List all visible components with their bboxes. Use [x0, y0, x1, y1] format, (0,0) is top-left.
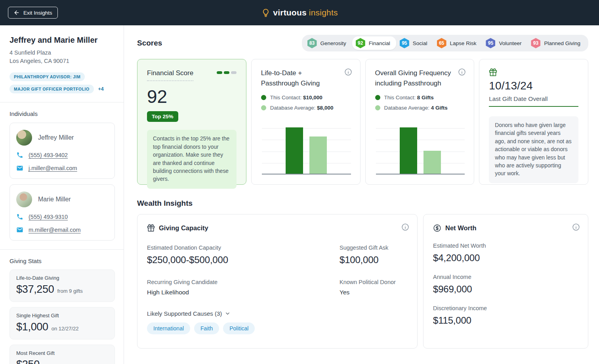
tags-more-count[interactable]: +4 — [98, 86, 104, 92]
cause-chip-faith[interactable]: Faith — [194, 322, 219, 334]
field-annual-income: Annual Income $969,000 — [433, 274, 578, 295]
generosity-score-badge: 83 — [307, 38, 317, 48]
individual-card-marie: Marie Miller (555) 493-9310 m.miller@ema… — [10, 184, 115, 241]
legend-database-average: Database Average: $8,000 — [261, 105, 351, 111]
stat-label: Most Recent Gift — [16, 350, 108, 356]
gift-icon — [147, 224, 155, 232]
giving-frequency-card: Overall Giving Frequency including Passt… — [365, 59, 475, 185]
avatar — [16, 130, 32, 146]
giving-frequency-title: Overall Giving Frequency including Passt… — [375, 68, 465, 89]
database-average-bar — [423, 151, 441, 174]
score-pills-bar: 83 Generosity 92 Financial 95 Social 65 … — [302, 35, 589, 51]
info-icon[interactable] — [401, 223, 409, 231]
stat-most-recent-gift: Most Recent Gift $250 on 3/1/23 — [10, 345, 115, 364]
main-content: Scores 83 Generosity 92 Financial 95 Soc… — [124, 25, 599, 364]
lapse-risk-score-badge: 65 — [437, 38, 446, 48]
social-score-badge: 95 — [400, 38, 409, 48]
financial-score-title: Financial Score — [147, 68, 193, 81]
avatar — [16, 191, 32, 207]
field-known-political-donor: Known Political Donor Yes — [340, 279, 408, 296]
score-pill-lapse-risk[interactable]: 65 Lapse Risk — [433, 36, 483, 50]
database-average-dot — [261, 105, 266, 110]
exit-insights-label: Exit Insights — [23, 10, 52, 16]
this-contact-bar — [400, 127, 417, 174]
field-estimated-donation-capacity: Estimated Donation Capacity $250,000-$50… — [147, 245, 340, 265]
legend-database-average: Database Average: 4 Gifts — [375, 105, 465, 111]
tag-philanthropy-advisor[interactable]: PHILANTHROPY ADVISOR: JIM — [10, 72, 85, 81]
field-estimated-net-worth: Estimated Net Worth $4,200,000 — [433, 243, 578, 264]
this-contact-dot — [261, 95, 266, 100]
lightbulb-icon — [261, 8, 270, 17]
phone-icon — [16, 152, 23, 159]
stat-value: $1,000 — [16, 321, 48, 333]
financial-score-value: 92 — [147, 86, 237, 107]
info-icon[interactable] — [344, 68, 352, 76]
cause-chip-political[interactable]: Political — [223, 322, 255, 334]
database-average-bar — [309, 136, 327, 174]
stat-life-to-date-giving: Life-to-Date Giving $37,250 from 9 gifts — [10, 269, 115, 302]
phone-link[interactable]: (555) 493-9310 — [29, 214, 68, 220]
tag-major-gift-officer[interactable]: MAJOR GIFT OFFICER PORTFOLIO — [10, 85, 94, 93]
last-gift-date-card: 10/13/24 Last Gift Date Overall Donors w… — [479, 59, 588, 185]
database-average-dot — [375, 105, 380, 110]
financial-score-description: Contacts in the top 25% are the top fina… — [147, 130, 237, 188]
address-line-2: Los Angeles, CA 90071 — [10, 57, 115, 65]
stat-value: $37,250 — [16, 283, 54, 296]
individual-card-jeffrey: Jeffrey Miller (555) 493-9402 j.miller@e… — [10, 123, 115, 179]
net-worth-title: Net Worth — [445, 224, 477, 232]
stat-single-highest-gift: Single Highest Gift $1,000 on 12/27/22 — [10, 307, 115, 339]
individual-name: Marie Miller — [38, 196, 71, 203]
score-pill-planned-giving[interactable]: 93 Planned Giving — [527, 36, 586, 50]
giving-capacity-title: Giving Capacity — [159, 224, 208, 232]
top-percentile-badge: Top 25% — [147, 111, 178, 122]
divider — [0, 249, 124, 250]
stat-suffix: on 12/27/22 — [52, 326, 79, 332]
brand-insights: insights — [309, 8, 338, 17]
giving-frequency-bar-chart — [376, 128, 465, 174]
virtuous-insights-logo: virtuous insights — [261, 8, 338, 17]
likely-supported-causes-toggle[interactable]: Likely Supported Causes (3) — [147, 310, 408, 317]
score-tier-indicator — [217, 71, 237, 74]
stat-label: Single Highest Gift — [16, 313, 108, 318]
email-link[interactable]: m.miller@email.com — [29, 227, 81, 233]
last-gift-description: Donors who have given large financial gi… — [489, 116, 578, 183]
phone-icon — [16, 213, 23, 220]
volunteer-score-badge: 95 — [486, 38, 495, 48]
wealth-insights-heading: Wealth Insights — [137, 199, 588, 208]
exit-insights-button[interactable]: Exit Insights — [8, 7, 58, 19]
score-pill-financial[interactable]: 92 Financial — [352, 36, 396, 50]
info-icon[interactable] — [572, 223, 580, 231]
stat-suffix: from 9 gifts — [57, 288, 83, 294]
address-line-1: 4 Sunfield Plaza — [10, 49, 115, 57]
ltd-passthrough-title: Life-to-Date + Passthrough Giving — [261, 68, 351, 89]
field-recurring-giving-candidate: Recurring Giving Candidate High Likeliho… — [147, 279, 340, 296]
this-contact-bar — [286, 127, 303, 174]
last-gift-date-value: 10/13/24 — [489, 80, 578, 92]
last-gift-date-label: Last Gift Date Overall — [489, 95, 578, 107]
score-pill-generosity[interactable]: 83 Generosity — [304, 36, 352, 50]
this-contact-dot — [375, 95, 380, 100]
financial-score-card: Financial Score 92 Top 25% Contacts in t… — [137, 59, 246, 185]
score-pill-volunteer[interactable]: 95 Volunteer — [482, 36, 527, 50]
stat-value: $250 — [16, 358, 40, 364]
score-pill-social[interactable]: 95 Social — [396, 36, 433, 50]
email-icon — [16, 165, 23, 172]
phone-link[interactable]: (555) 493-9402 — [29, 152, 68, 158]
contact-name-heading: Jeffrey and Marie Miller — [10, 36, 115, 45]
email-link[interactable]: j.miller@email.com — [29, 165, 77, 171]
contact-sidebar: Jeffrey and Marie Miller 4 Sunfield Plaz… — [0, 25, 124, 364]
brand-virtuous: virtuous — [273, 8, 306, 17]
legend-this-contact: This Contact: $10,000 — [261, 95, 351, 100]
field-suggested-gift-ask: Suggested Gift Ask $100,000 — [340, 245, 408, 265]
arrow-left-icon — [13, 9, 20, 16]
email-icon — [16, 226, 23, 233]
stat-label: Life-to-Date Giving — [16, 275, 108, 281]
info-icon[interactable] — [458, 68, 466, 76]
net-worth-card: Net Worth Estimated Net Worth $4,200,000… — [423, 214, 588, 349]
individual-name: Jeffrey Miller — [38, 134, 74, 141]
top-bar: Exit Insights virtuous insights — [0, 0, 599, 25]
dollar-circle-icon — [433, 224, 441, 232]
cause-chip-international[interactable]: International — [147, 322, 190, 334]
giving-stats-section-title: Giving Stats — [10, 258, 115, 264]
ltd-passthrough-bar-chart — [262, 128, 351, 174]
